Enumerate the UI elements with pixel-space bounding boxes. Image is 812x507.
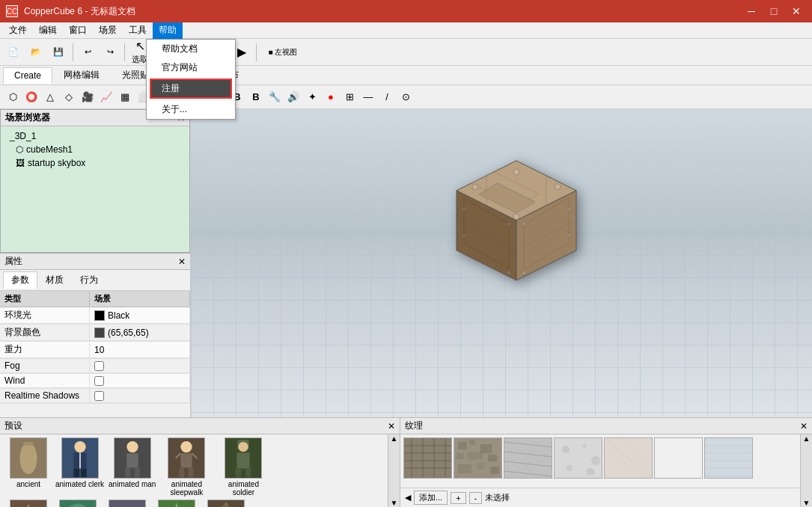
t2-grid2[interactable]: ⊞	[341, 89, 358, 105]
wind-checkbox[interactable]	[94, 376, 104, 386]
properties-close[interactable]: ✕	[178, 256, 186, 267]
preset-animated-clerk[interactable]: animated clerk	[55, 437, 104, 497]
presets-close[interactable]: ✕	[388, 421, 395, 431]
bgcolor-swatch[interactable]	[94, 328, 105, 338]
t2-grid[interactable]: ▦	[117, 89, 133, 105]
svg-rect-42	[180, 467, 185, 476]
tree-item-3d1[interactable]: _3D_1	[4, 129, 186, 143]
menu-help-about[interactable]: 关于...	[147, 100, 235, 119]
prop-value-gravity[interactable]: 10	[90, 342, 190, 358]
preset-animated-sleepwalk[interactable]: animated sleepwalk	[160, 437, 213, 497]
new-button[interactable]: 📄	[3, 42, 24, 63]
t2-b2[interactable]: B	[248, 89, 264, 105]
redo-button[interactable]: ↪	[100, 42, 120, 63]
menu-file[interactable]: 文件	[3, 22, 33, 39]
ambient-swatch[interactable]	[94, 310, 105, 321]
presets-scrollbar[interactable]: ▲ ▼	[388, 434, 400, 507]
texture-2[interactable]	[504, 437, 552, 479]
textures-scrollbar[interactable]: ▲ ▼	[800, 434, 812, 507]
menu-help-docs[interactable]: 帮助文档	[147, 40, 235, 58]
t2-triangle[interactable]: △	[42, 89, 58, 105]
svg-rect-77	[458, 464, 471, 473]
menu-edit[interactable]: 编辑	[33, 22, 63, 39]
preset-ancient[interactable]: ancient	[6, 437, 51, 497]
props-tab-params[interactable]: 参数	[3, 271, 37, 289]
prop-value-ambient[interactable]: Black	[90, 307, 190, 324]
texture-6[interactable]	[704, 437, 753, 479]
leftview-button[interactable]: ■ 左视图	[260, 42, 305, 63]
svg-rect-75	[468, 452, 483, 459]
svg-point-14	[507, 271, 511, 275]
presets-scroll-down[interactable]: ▼	[391, 499, 398, 507]
tab-create[interactable]: Create	[3, 67, 52, 84]
tree-item-cubemesh[interactable]: ⬡ cubeMesh1	[4, 143, 186, 156]
menu-help-website[interactable]: 官方网站	[147, 58, 235, 77]
t2-red[interactable]: ●	[323, 89, 339, 105]
preset-label-clerk: animated clerk	[55, 480, 104, 488]
textures-close[interactable]: ✕	[800, 421, 808, 431]
t2-sphere[interactable]: ⬡	[4, 89, 21, 105]
texture-3[interactable]	[554, 437, 602, 479]
prop-label-bgcolor: 背景颜色	[0, 325, 90, 341]
maximize-button[interactable]: □	[764, 4, 784, 19]
tree-item-skybox[interactable]: 🖼 startup skybox	[4, 156, 186, 170]
open-button[interactable]: 📂	[25, 42, 46, 63]
prop-value-shadows[interactable]	[90, 389, 190, 403]
prop-value-wind[interactable]	[90, 374, 190, 388]
window-controls[interactable]: ─ □ ✕	[742, 4, 806, 19]
close-button[interactable]: ✕	[787, 4, 806, 19]
prop-value-fog[interactable]	[90, 359, 190, 373]
t2-particle[interactable]: ✦	[304, 89, 320, 105]
properties-scroll[interactable]: 环境光 Black 背景颜色 (65,65,65)	[0, 307, 190, 417]
texture-0[interactable]	[403, 437, 452, 479]
props-tab-behavior[interactable]: 行为	[72, 271, 106, 289]
t2-circle[interactable]: ⭕	[23, 89, 40, 105]
presets-content: ancient	[0, 434, 388, 507]
minimize-button[interactable]: ─	[742, 4, 761, 19]
texture-1[interactable]	[454, 437, 502, 479]
properties-table-wrapper: 类型 场景 环境光 Black 背景颜色	[0, 291, 190, 417]
menu-tools[interactable]: 工具	[123, 22, 153, 39]
fog-checkbox[interactable]	[94, 361, 104, 371]
svg-rect-47	[237, 452, 250, 468]
svg-point-20	[522, 271, 526, 275]
t2-circle2[interactable]: ⊙	[397, 89, 414, 105]
presets-scroll-up[interactable]: ▲	[391, 434, 398, 443]
undo-button[interactable]: ↩	[77, 42, 98, 63]
prop-value-bgcolor[interactable]: (65,65,65)	[90, 325, 190, 341]
menu-help-register[interactable]: 注册	[150, 79, 232, 99]
preset-animated-man[interactable]: animated man	[109, 437, 156, 497]
preset-row2-0[interactable]	[6, 500, 51, 507]
t2-wrench[interactable]: 🔧	[266, 89, 283, 105]
texture-4[interactable]	[604, 437, 653, 479]
svg-rect-97	[705, 438, 753, 479]
textures-minus-btn[interactable]: -	[469, 492, 483, 504]
viewport[interactable]	[191, 109, 812, 417]
tree-label-skybox: startup skybox	[28, 158, 85, 168]
t2-diamond[interactable]: ◇	[61, 89, 77, 105]
props-tab-material[interactable]: 材质	[37, 271, 72, 289]
t2-slash[interactable]: /	[379, 89, 395, 105]
t2-line[interactable]: —	[360, 89, 376, 105]
t2-terrain[interactable]: 📈	[98, 89, 115, 105]
textures-scroll-left[interactable]: ◀	[405, 493, 411, 503]
shadows-checkbox[interactable]	[94, 391, 104, 401]
preset-row2-1[interactable]	[55, 500, 100, 507]
textures-plus-btn[interactable]: +	[451, 492, 465, 504]
textures-add-btn[interactable]: 添加...	[414, 491, 448, 505]
preset-row2-3[interactable]	[154, 500, 199, 507]
tab-mesh-edit[interactable]: 网格编辑	[52, 66, 111, 84]
textures-scroll-up[interactable]: ▲	[803, 434, 811, 443]
preset-row2-4[interactable]	[204, 500, 248, 507]
t2-sound[interactable]: 🔊	[285, 89, 302, 105]
save-button[interactable]: 💾	[48, 42, 69, 63]
menu-scene[interactable]: 场景	[93, 22, 123, 39]
menu-window[interactable]: 窗口	[63, 22, 93, 39]
texture-5[interactable]	[654, 437, 703, 479]
t2-camera[interactable]: 🎥	[79, 89, 96, 105]
textures-scroll-down[interactable]: ▼	[803, 499, 811, 507]
preset-row2-thumb-0	[10, 500, 47, 507]
preset-animated-soldier[interactable]: animated soldier	[217, 437, 269, 497]
menu-help[interactable]: 帮助	[153, 22, 183, 39]
preset-row2-2[interactable]	[105, 500, 150, 507]
